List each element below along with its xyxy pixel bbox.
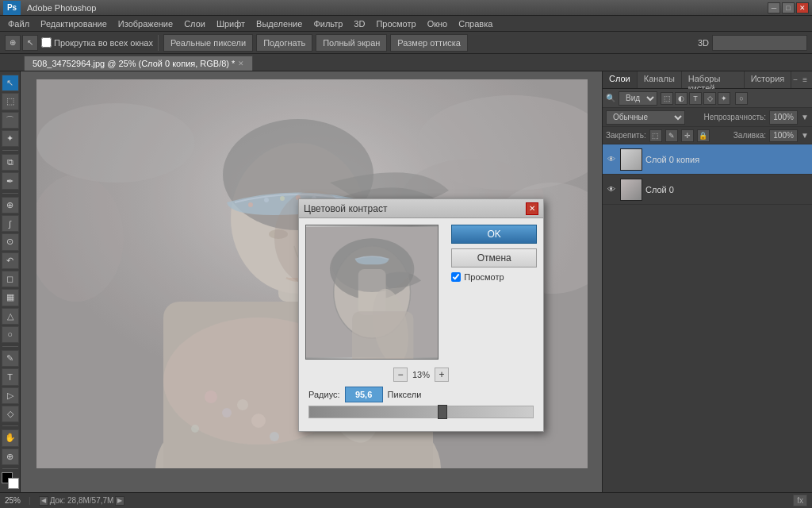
move-tool-options: ⊕ ↖ <box>5 35 38 51</box>
ps-logo: Ps <box>3 1 21 15</box>
scroll-all-windows-checkbox[interactable] <box>41 37 52 48</box>
high-contrast-dialog[interactable]: Цветовой контраст ✕ <box>298 198 544 432</box>
move-icon: ⊕ <box>5 35 21 51</box>
filter-shape-button[interactable]: ◇ <box>703 92 716 105</box>
dialog-zoom-row: − 13% + <box>305 364 537 382</box>
lock-all-button[interactable]: 🔒 <box>697 129 710 142</box>
fullscreen-button[interactable]: Полный экран <box>316 34 387 52</box>
preview-checkbox[interactable] <box>451 272 461 282</box>
opacity-label: Непрозрачность: <box>704 113 767 121</box>
tool-clone[interactable]: ⊙ <box>2 233 19 250</box>
dialog-controls: OK Отмена Просмотр <box>451 225 537 282</box>
filter-smart-button[interactable]: ✦ <box>718 92 730 105</box>
title-bar-controls[interactable]: ─ □ ✕ <box>768 2 809 13</box>
actual-pixels-button[interactable]: Реальные пиксели <box>163 34 253 52</box>
fit-button[interactable]: Подогнать <box>256 34 312 52</box>
panel-collapse-button[interactable]: − <box>791 75 799 84</box>
tool-eraser[interactable]: ◻ <box>2 271 19 287</box>
tool-dodge[interactable]: ○ <box>2 326 19 343</box>
tool-pen[interactable]: ✎ <box>2 350 19 367</box>
menu-select[interactable]: Выделение <box>251 17 307 30</box>
lock-position-button[interactable]: ✛ <box>681 129 694 142</box>
tool-zoom[interactable]: ⊕ <box>2 448 19 465</box>
minimize-button[interactable]: ─ <box>768 2 780 13</box>
close-button[interactable]: ✕ <box>796 2 809 13</box>
menu-edit[interactable]: Редактирование <box>36 17 112 30</box>
panel-menu-button[interactable]: ≡ <box>801 75 809 84</box>
canvas-area: Цветовой контраст ✕ <box>21 71 602 492</box>
opacity-dropdown-icon[interactable]: ▼ <box>801 113 809 121</box>
tool-history-brush[interactable]: ↶ <box>2 252 19 269</box>
fill-dropdown-icon[interactable]: ▼ <box>801 131 809 140</box>
scroll-all-windows-label: Прокрутка во всех окнах <box>41 37 153 48</box>
radius-slider[interactable] <box>308 406 534 418</box>
menu-file[interactable]: Файл <box>3 17 34 30</box>
nav-right-button[interactable]: ▶ <box>115 496 124 506</box>
layer-visibility-base[interactable]: 👁 <box>606 184 617 195</box>
tool-eyedropper[interactable]: ✒ <box>2 172 19 189</box>
tool-brush[interactable]: ∫ <box>2 215 19 232</box>
opacity-input[interactable] <box>769 110 798 125</box>
3d-input[interactable] <box>712 35 807 51</box>
fx-badge[interactable]: fx <box>793 495 807 506</box>
main-area: ↖ ⬚ ⌒ ✦ ⧉ ✒ ⊕ ∫ ⊙ ↶ ◻ ▦ △ ○ ✎ T ▷ ◇ ✋ ⊕ <box>0 71 812 492</box>
menu-window[interactable]: Окно <box>423 17 453 30</box>
filter-type-button[interactable]: T <box>689 92 702 105</box>
blend-mode-dropdown[interactable]: Обычные <box>606 110 685 125</box>
tool-shape[interactable]: ◇ <box>2 406 19 422</box>
tool-gradient[interactable]: ▦ <box>2 289 19 306</box>
color-box[interactable] <box>2 472 19 489</box>
filter-toggle-button[interactable]: ○ <box>735 92 748 105</box>
tab-layers[interactable]: Слои <box>603 71 638 88</box>
print-size-button[interactable]: Размер оттиска <box>390 34 468 52</box>
tool-healing[interactable]: ⊕ <box>2 197 19 214</box>
radius-input[interactable] <box>345 387 383 402</box>
menu-image[interactable]: Изображение <box>113 17 178 30</box>
lock-image-button[interactable]: ✎ <box>665 129 678 142</box>
layers-filter-icons: ⬚ ◐ T ◇ ✦ <box>661 92 730 105</box>
menu-font[interactable]: Шрифт <box>212 17 250 30</box>
fill-input[interactable] <box>769 129 798 142</box>
dialog-close-button[interactable]: ✕ <box>526 202 538 215</box>
zoom-out-button[interactable]: − <box>393 368 408 382</box>
cancel-button[interactable]: Отмена <box>451 248 537 267</box>
menu-filter[interactable]: Фильтр <box>308 17 347 30</box>
filter-pixel-button[interactable]: ⬚ <box>661 92 673 105</box>
background-color[interactable] <box>8 478 19 489</box>
lock-pixels-button[interactable]: ⬚ <box>649 129 662 142</box>
tool-crop[interactable]: ⧉ <box>2 154 19 171</box>
dialog-body: OK Отмена Просмотр − 13% + <box>299 218 543 431</box>
tool-hand[interactable]: ✋ <box>2 429 19 446</box>
layer-item-copy[interactable]: 👁 Слой 0 копия <box>603 144 812 175</box>
layers-filter-dropdown[interactable]: Вид <box>619 91 657 106</box>
tool-blur[interactable]: △ <box>2 308 19 325</box>
tool-type[interactable]: T <box>2 368 19 385</box>
nav-left-button[interactable]: ◀ <box>39 496 48 506</box>
radius-label: Радиус: <box>308 390 340 399</box>
tool-marquee[interactable]: ⬚ <box>2 93 19 110</box>
status-nav: ◀ Док: 28,8М/57,7М ▶ <box>39 496 125 506</box>
tool-lasso[interactable]: ⌒ <box>2 112 19 129</box>
menu-view[interactable]: Просмотр <box>371 17 420 30</box>
document-tab[interactable]: 508_34752964.jpg @ 25% (Слой 0 копия, RG… <box>24 56 253 71</box>
tab-channels[interactable]: Каналы <box>638 71 682 88</box>
maximize-button[interactable]: □ <box>782 2 795 13</box>
tool-path-select[interactable]: ▷ <box>2 387 19 404</box>
toolbar: ⊕ ↖ Прокрутка во всех окнах Реальные пик… <box>0 32 812 54</box>
tab-brushsets[interactable]: Наборы кистей <box>682 71 745 88</box>
layer-item-base[interactable]: 👁 Слой 0 <box>603 175 812 205</box>
menu-3d[interactable]: 3D <box>349 17 370 30</box>
menu-help[interactable]: Справка <box>454 17 497 30</box>
tool-magic-wand[interactable]: ✦ <box>2 130 19 147</box>
search-icon: 🔍 <box>606 94 615 102</box>
tab-history[interactable]: История <box>745 71 792 88</box>
right-panel: Слои Каналы Наборы кистей История − ≡ 🔍 … <box>602 71 812 492</box>
layer-thumb-image-copy <box>621 149 642 170</box>
tool-move[interactable]: ↖ <box>2 75 19 91</box>
ok-button[interactable]: OK <box>451 225 537 244</box>
tab-close-button[interactable]: ✕ <box>238 60 244 67</box>
layer-visibility-copy[interactable]: 👁 <box>606 154 617 165</box>
filter-adjust-button[interactable]: ◐ <box>675 92 688 105</box>
menu-layers[interactable]: Слои <box>179 17 210 30</box>
zoom-in-button[interactable]: + <box>435 368 449 382</box>
